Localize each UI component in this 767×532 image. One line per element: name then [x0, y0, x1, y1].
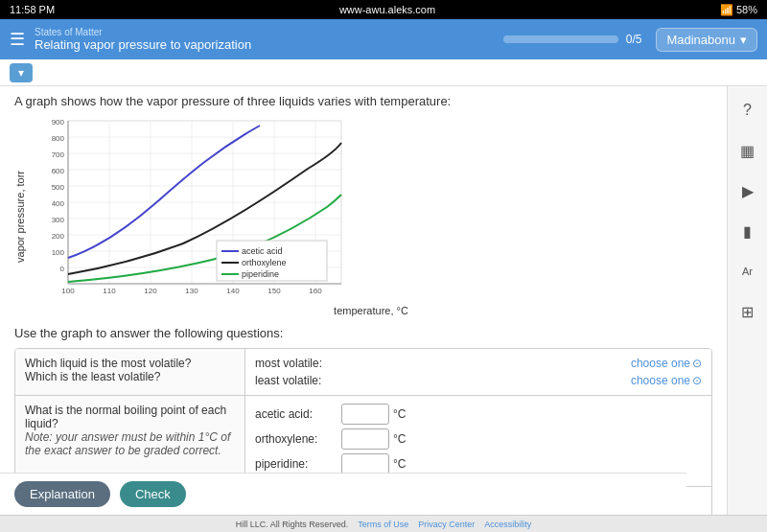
text-button[interactable]: Ar	[733, 257, 762, 286]
most-volatile-label: Which liquid is the most volatile?	[25, 357, 235, 370]
right-sidebar: ? ▦ ▶ ▮ Ar ⊞	[727, 86, 767, 532]
question-label: Use the graph to answer the following qu…	[14, 326, 712, 340]
user-name: Madinabonu	[666, 33, 735, 47]
status-url: www-awu.aleks.com	[339, 4, 435, 15]
orthoxylene-row: orthoxylene: °C	[255, 428, 702, 450]
svg-text:200: 200	[52, 232, 65, 241]
status-right: 📶 58%	[720, 4, 757, 16]
user-button[interactable]: Madinabonu ▾	[656, 28, 757, 52]
explanation-button[interactable]: Explanation	[14, 481, 110, 507]
terms-of-use-link[interactable]: Terms of Use	[358, 520, 408, 529]
svg-text:300: 300	[52, 216, 65, 224]
most-volatile-choose[interactable]: choose one ⊙	[631, 357, 702, 370]
chart-icon: ▮	[743, 222, 752, 241]
svg-text:100: 100	[61, 287, 75, 295]
progress-text: 0/5	[626, 33, 642, 46]
battery-text: 58%	[736, 4, 757, 15]
grid-icon: ⊞	[741, 303, 754, 321]
least-volatile-label: Which is the least volatile?	[25, 370, 235, 383]
hamburger-button[interactable]: ☰	[10, 29, 25, 50]
acetic-acid-unit: °C	[393, 407, 406, 421]
expand-bar: ▾	[0, 59, 767, 86]
orthoxylene-unit: °C	[393, 432, 406, 446]
video-button[interactable]: ▶	[733, 176, 762, 205]
least-volatile-chevron: ⊙	[692, 374, 702, 387]
chart-svg: 900 800 700 600 500 400 300 200 100 0 10…	[30, 116, 356, 303]
most-volatile-item: most volatile: choose one ⊙	[255, 357, 702, 370]
svg-text:600: 600	[52, 167, 65, 175]
boiling-point-label: What is the normal boiling point of each…	[25, 404, 235, 430]
nav-title: Relating vapor pressure to vaporization	[35, 37, 503, 52]
acetic-acid-input[interactable]	[341, 404, 389, 425]
bottom-bar: Explanation Check	[0, 473, 686, 515]
least-volatile-choose-text: choose one	[631, 374, 690, 387]
most-volatile-chevron: ⊙	[692, 357, 702, 370]
text-icon: Ar	[742, 266, 753, 277]
svg-text:400: 400	[52, 199, 65, 208]
help-icon: ?	[743, 102, 752, 119]
video-icon: ▶	[742, 182, 754, 200]
graph-svg: 900 800 700 600 500 400 300 200 100 0 10…	[30, 116, 356, 303]
least-volatile-field-label: least volatile:	[255, 374, 341, 387]
least-volatile-item: least volatile: choose one ⊙	[255, 374, 702, 387]
boiling-point-note: Note: your answer must be within 1°C of …	[25, 430, 235, 457]
svg-text:900: 900	[52, 118, 65, 127]
status-time: 11:58 PM	[10, 4, 55, 15]
intro-text: A graph shows how the vapor pressure of …	[14, 94, 712, 108]
content-area: A graph shows how the vapor pressure of …	[0, 86, 727, 532]
calculator-icon: ▦	[740, 142, 755, 160]
expand-button[interactable]: ▾	[10, 63, 33, 82]
footer-copyright: Hill LLC. All Rights Reserved.	[236, 520, 349, 529]
graph-container: vapor pressure, torr	[14, 116, 712, 316]
svg-text:160: 160	[309, 287, 322, 295]
svg-text:110: 110	[103, 287, 116, 295]
svg-text:acetic acid: acetic acid	[242, 246, 283, 256]
svg-text:100: 100	[52, 248, 65, 257]
svg-text:700: 700	[52, 150, 65, 159]
chart-button[interactable]: ▮	[733, 217, 762, 245]
footer: Hill LLC. All Rights Reserved. Terms of …	[0, 515, 767, 532]
orthoxylene-label: orthoxylene:	[255, 432, 341, 446]
least-volatile-choose[interactable]: choose one ⊙	[631, 374, 702, 387]
grid-button[interactable]: ⊞	[733, 297, 762, 326]
most-volatile-field-label: most volatile:	[255, 357, 341, 370]
svg-text:orthoxylene: orthoxylene	[242, 258, 287, 267]
main-content: A graph shows how the vapor pressure of …	[0, 86, 767, 532]
wifi-icon: 📶	[720, 4, 733, 15]
check-button[interactable]: Check	[120, 481, 186, 507]
svg-text:500: 500	[52, 183, 65, 192]
svg-text:130: 130	[185, 287, 198, 295]
graph-wrapper: 900 800 700 600 500 400 300 200 100 0 10…	[30, 116, 712, 316]
accessibility-link[interactable]: Accessibility	[484, 520, 531, 529]
status-bar: 11:58 PM www-awu.aleks.com 📶 58%	[0, 0, 767, 19]
volatile-question: Which liquid is the most volatile? Which…	[15, 349, 245, 395]
svg-text:120: 120	[144, 287, 157, 295]
orthoxylene-input[interactable]	[341, 428, 389, 450]
help-button[interactable]: ?	[733, 96, 762, 125]
x-axis-label: temperature, °C	[30, 305, 712, 316]
acetic-acid-label: acetic acid:	[255, 407, 341, 421]
chevron-down-icon: ▾	[740, 33, 747, 47]
volatile-row: Which liquid is the most volatile? Which…	[15, 349, 711, 396]
most-volatile-choose-text: choose one	[631, 357, 690, 370]
svg-text:0: 0	[60, 265, 65, 273]
top-nav: ☰ States of Matter Relating vapor pressu…	[0, 19, 767, 59]
svg-text:piperidine: piperidine	[242, 269, 279, 279]
volatile-answers: most volatile: choose one ⊙ least volati…	[245, 349, 711, 395]
piperidine-input[interactable]	[341, 453, 389, 474]
nav-progress: 0/5	[503, 33, 642, 46]
piperidine-row: piperidine: °C	[255, 453, 702, 474]
calculator-button[interactable]: ▦	[733, 136, 762, 165]
acetic-acid-row: acetic acid: °C	[255, 404, 702, 425]
piperidine-unit: °C	[393, 457, 406, 471]
privacy-center-link[interactable]: Privacy Center	[418, 520, 475, 529]
svg-text:140: 140	[226, 287, 240, 295]
piperidine-label: piperidine:	[255, 457, 341, 471]
svg-text:150: 150	[267, 287, 281, 295]
y-axis-label: vapor pressure, torr	[14, 171, 26, 263]
svg-text:800: 800	[52, 134, 65, 143]
nav-title-section: States of Matter Relating vapor pressure…	[35, 27, 503, 52]
nav-subtitle: States of Matter	[35, 27, 503, 37]
progress-bar-container	[503, 35, 618, 43]
